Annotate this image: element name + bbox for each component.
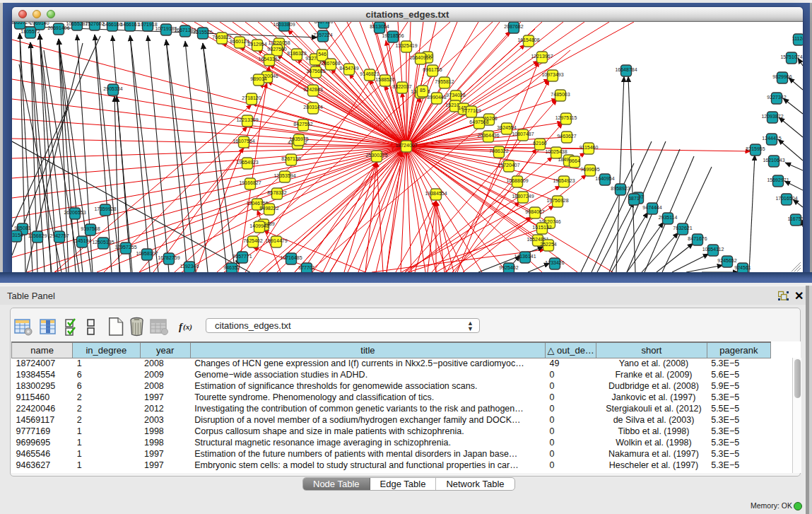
- svg-text:8427552: 8427552: [293, 122, 312, 127]
- svg-text:6871: 6871: [628, 196, 640, 201]
- svg-text:8322037: 8322037: [392, 84, 411, 89]
- svg-text:9146821: 9146821: [360, 71, 379, 76]
- svg-text:9699695: 9699695: [580, 167, 599, 172]
- svg-text:9397568: 9397568: [81, 226, 100, 231]
- svg-text:9734028: 9734028: [446, 93, 465, 98]
- svg-text:2803144: 2803144: [303, 105, 322, 110]
- svg-text:19756928: 19756928: [546, 198, 568, 203]
- svg-text:3624554: 3624554: [497, 125, 516, 130]
- svg-text:2087682: 2087682: [504, 24, 523, 29]
- svg-text:7485003: 7485003: [551, 92, 570, 97]
- svg-text:1192346: 1192346: [180, 264, 199, 269]
- svg-text:8471676: 8471676: [688, 236, 707, 241]
- svg-text:10654112: 10654112: [702, 247, 724, 252]
- svg-text:7632621: 7632621: [673, 226, 692, 230]
- svg-text:7625402: 7625402: [243, 238, 262, 243]
- svg-text:20364436: 20364436: [477, 133, 499, 138]
- svg-text:10688609: 10688609: [506, 178, 528, 183]
- svg-text:1733426: 1733426: [545, 260, 564, 265]
- svg-text:6466161: 6466161: [120, 22, 139, 27]
- svg-text:3575685: 3575685: [306, 69, 325, 74]
- svg-text:8958923: 8958923: [611, 186, 630, 191]
- svg-text:2867608: 2867608: [321, 61, 340, 66]
- svg-text:12975115: 12975115: [555, 115, 577, 120]
- svg-text:19654923: 19654923: [553, 178, 575, 183]
- svg-text:10807487: 10807487: [512, 132, 534, 136]
- svg-text:18055724: 18055724: [12, 22, 31, 25]
- svg-text:7986322: 7986322: [489, 148, 508, 153]
- svg-text:9115460: 9115460: [579, 145, 599, 150]
- svg-text:946352: 946352: [223, 265, 240, 270]
- svg-text:8267130: 8267130: [281, 156, 300, 161]
- svg-text:9777169: 9777169: [461, 108, 481, 113]
- svg-text:8678332: 8678332: [267, 190, 286, 195]
- svg-text:13325419: 13325419: [395, 43, 417, 48]
- svg-text:16543362: 16543362: [258, 57, 280, 62]
- svg-text:9242843: 9242843: [303, 87, 322, 92]
- svg-text:8660124: 8660124: [230, 39, 249, 44]
- svg-text:2935114: 2935114: [659, 215, 678, 220]
- svg-text:1156829: 1156829: [28, 233, 47, 238]
- svg-text:985081: 985081: [14, 226, 30, 230]
- svg-text:2069140: 2069140: [30, 22, 49, 25]
- svg-text:25300275: 25300275: [365, 153, 387, 158]
- svg-text:17359928: 17359928: [94, 206, 116, 211]
- svg-text:8215955: 8215955: [746, 146, 765, 151]
- svg-text:116753: 116753: [788, 216, 803, 221]
- svg-text:12505135: 12505135: [92, 240, 114, 245]
- svg-text:8186328: 8186328: [287, 51, 306, 56]
- svg-text:1640954: 1640954: [595, 176, 614, 181]
- svg-text:9657771: 9657771: [233, 254, 252, 259]
- svg-text:12213389: 12213389: [236, 117, 258, 122]
- svg-text:9829966: 9829966: [772, 74, 792, 79]
- svg-text:26206553: 26206553: [64, 210, 86, 215]
- svg-text:9084067: 9084067: [525, 209, 544, 214]
- svg-text:252254: 252254: [540, 242, 556, 247]
- svg-text:16914479: 16914479: [265, 238, 287, 243]
- svg-text:1244415: 1244415: [762, 136, 781, 141]
- svg-text:16033809: 16033809: [273, 22, 295, 27]
- svg-text:12213967: 12213967: [531, 54, 553, 59]
- svg-text:8912954: 8912954: [247, 42, 266, 47]
- svg-text:20691406: 20691406: [47, 25, 69, 30]
- svg-text:16107554: 16107554: [233, 139, 254, 144]
- svg-text:2905334: 2905334: [103, 86, 122, 91]
- svg-text:15720407: 15720407: [498, 163, 519, 168]
- svg-text:12353594: 12353594: [273, 173, 295, 178]
- svg-text:15751074: 15751074: [780, 54, 802, 59]
- svg-text:9463627: 9463627: [557, 134, 576, 139]
- svg-text:7515526: 7515526: [193, 30, 212, 35]
- svg-text:15692971: 15692971: [767, 177, 789, 182]
- svg-text:9664: 9664: [569, 158, 580, 163]
- svg-text:6466160: 6466160: [102, 22, 122, 27]
- svg-text:10973493: 10973493: [541, 72, 563, 77]
- svg-text:17957255: 17957255: [114, 245, 136, 250]
- svg-text:1527602: 1527602: [85, 22, 104, 26]
- svg-text:10958107: 10958107: [136, 251, 158, 256]
- svg-text:8498222: 8498222: [259, 206, 278, 211]
- svg-text:93154: 93154: [12, 233, 23, 238]
- svg-text:12093872: 12093872: [761, 114, 783, 119]
- svg-text:19654923: 19654923: [236, 160, 258, 165]
- svg-text:1409948: 1409948: [249, 223, 269, 228]
- svg-text:11124: 11124: [792, 36, 803, 41]
- svg-text:18807249: 18807249: [512, 194, 534, 199]
- svg-text:8454749: 8454749: [339, 66, 358, 71]
- svg-text:19218506: 19218506: [382, 33, 404, 38]
- svg-text:2942757: 2942757: [49, 233, 69, 238]
- svg-text:1805572: 1805572: [20, 29, 40, 34]
- svg-text:1588520: 1588520: [375, 77, 394, 82]
- svg-text:9925402: 9925402: [499, 265, 518, 270]
- svg-text:19716485: 19716485: [280, 255, 302, 260]
- svg-text:546: 546: [318, 52, 326, 57]
- svg-text:14136141: 14136141: [514, 254, 536, 259]
- svg-text:877701: 877701: [298, 265, 314, 270]
- svg-text:7357224: 7357224: [313, 33, 332, 37]
- svg-text:19166827: 19166827: [239, 180, 261, 185]
- svg-text:6497568: 6497568: [469, 119, 488, 124]
- svg-text:16640910: 16640910: [409, 55, 431, 60]
- svg-text:9227342: 9227342: [767, 95, 786, 100]
- svg-text:85: 85: [420, 88, 425, 93]
- svg-text:16648784: 16648784: [615, 67, 637, 72]
- svg-text:16154808: 16154808: [517, 37, 539, 42]
